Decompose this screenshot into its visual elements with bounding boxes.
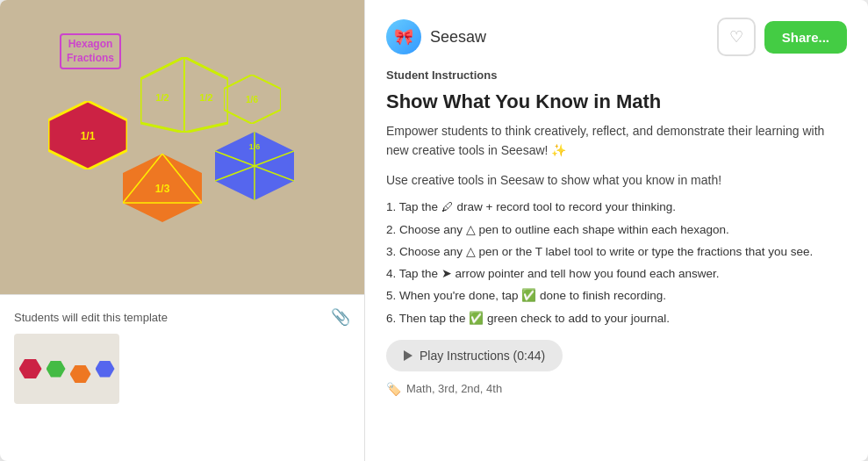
- svg-text:1/1: 1/1: [81, 130, 96, 142]
- thumb-hex-blue: [96, 361, 115, 378]
- student-instructions-label: Student Instructions: [386, 68, 847, 82]
- paperclip-icon: 📎: [331, 307, 350, 327]
- tags-row: 🏷️ Math, 3rd, 2nd, 4th: [386, 382, 847, 396]
- play-instructions-button[interactable]: Play Instructions (0:44): [386, 340, 563, 371]
- brand-header: 🎀 Seesaw ♡ Share...: [386, 18, 847, 56]
- svg-text:1/6: 1/6: [249, 142, 261, 151]
- step-1: 1. Tap the 🖊 draw + record tool to recor…: [386, 198, 847, 216]
- play-label: Play Instructions (0:44): [420, 349, 545, 363]
- brand-left: 🎀 Seesaw: [386, 19, 486, 54]
- thumb-hex-orange: [70, 365, 91, 383]
- left-panel: Hexagon Fractions 1/2 1/2: [0, 0, 364, 461]
- template-label: Students will edit this template: [14, 311, 168, 324]
- svg-text:1/2: 1/2: [199, 92, 212, 103]
- activity-title: Show What You Know in Math: [386, 90, 847, 113]
- step-6: 6. Then tap the ✅ green check to add to …: [386, 310, 847, 328]
- description-2: Use creative tools in Seesaw to show wha…: [386, 171, 847, 191]
- heart-icon: ♡: [729, 27, 743, 47]
- svg-text:1/6: 1/6: [246, 95, 258, 104]
- step-2: 2. Choose any △ pen to outline each shap…: [386, 221, 847, 239]
- thumb-hex-red: [19, 359, 42, 378]
- brand-name: Seesaw: [430, 28, 486, 47]
- tag-icon: 🏷️: [386, 382, 401, 396]
- template-section: Students will edit this template 📎: [0, 294, 364, 461]
- brand-actions: ♡ Share...: [717, 18, 847, 56]
- right-panel: 🎀 Seesaw ♡ Share... Student Instructions…: [365, 0, 868, 461]
- template-thumbnail: [14, 334, 119, 404]
- description-1: Empower students to think creatively, re…: [386, 122, 847, 160]
- hexagon-label: Hexagon Fractions: [60, 33, 121, 69]
- step-4: 4. Tap the ➤ arrow pointer and tell how …: [386, 265, 847, 283]
- main-card: Hexagon Fractions 1/2 1/2: [0, 0, 868, 461]
- brand-logo-emoji: 🎀: [394, 27, 413, 47]
- share-button[interactable]: Share...: [764, 21, 847, 54]
- tags-text: Math, 3rd, 2nd, 4th: [406, 382, 502, 395]
- step-5: 5. When you're done, tap ✅ done to finis…: [386, 287, 847, 305]
- heart-button[interactable]: ♡: [717, 18, 756, 56]
- play-triangle-icon: [404, 350, 412, 361]
- svg-text:1/2: 1/2: [155, 92, 169, 103]
- instructions-list: 1. Tap the 🖊 draw + record tool to recor…: [386, 198, 847, 328]
- thumb-hex-green: [47, 361, 66, 378]
- main-image: Hexagon Fractions 1/2 1/2: [0, 0, 364, 294]
- template-header: Students will edit this template 📎: [14, 307, 350, 327]
- svg-text:1/3: 1/3: [155, 183, 170, 195]
- step-3: 3. Choose any △ pen or the T label tool …: [386, 243, 847, 261]
- brand-logo: 🎀: [386, 19, 421, 54]
